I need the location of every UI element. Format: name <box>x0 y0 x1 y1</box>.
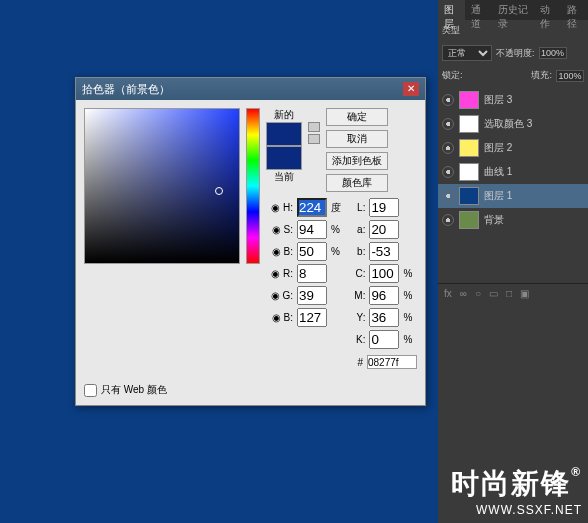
new-label: 新的 <box>266 108 302 122</box>
field-label-B[interactable]: ◉ B: <box>266 312 293 323</box>
hue-slider[interactable] <box>246 108 260 264</box>
fill-label: 填充: <box>531 69 552 82</box>
layer-row[interactable]: 图层 1 <box>438 184 588 208</box>
layers-footer: fx∞○▭□▣ <box>438 283 588 303</box>
footer-icon[interactable]: ▭ <box>489 288 498 299</box>
layer-name: 图层 3 <box>484 93 512 107</box>
layer-name: 图层 2 <box>484 141 512 155</box>
field-label-K[interactable]: K: <box>350 334 366 345</box>
footer-icon[interactable]: ▣ <box>520 288 529 299</box>
visibility-icon[interactable] <box>442 166 454 178</box>
field-label-Y[interactable]: Y: <box>350 312 366 323</box>
watermark: 时尚新锋® WWW.SSXF.NET <box>451 465 582 517</box>
field-label-C[interactable]: C: <box>350 268 366 279</box>
layer-row[interactable]: 选取颜色 3 <box>438 112 588 136</box>
field-input-Y[interactable] <box>369 308 399 327</box>
panels-dock: 图层 通道 历史记录 动作 路径 类型 正常 不透明度: 锁定: 填充: 图层 … <box>438 0 588 523</box>
dialog-title: 拾色器（前景色） <box>82 82 170 97</box>
visibility-icon[interactable] <box>442 142 454 154</box>
field-input-R[interactable] <box>297 264 327 283</box>
field-label-b[interactable]: b: <box>350 246 366 257</box>
layer-row[interactable]: 图层 3 <box>438 88 588 112</box>
color-lib-button[interactable]: 颜色库 <box>326 174 388 192</box>
ok-button[interactable]: 确定 <box>326 108 388 126</box>
visibility-icon[interactable] <box>442 190 454 202</box>
field-input-B[interactable] <box>297 308 327 327</box>
field-input-M[interactable] <box>369 286 399 305</box>
layers-list: 图层 3选取颜色 3图层 2曲线 1图层 1背景 <box>438 86 588 234</box>
color-picker-dialog: 拾色器（前景色） ✕ 新的 当前 确定 取消 <box>75 77 426 406</box>
color-fields: ◉ H:度 L:◉ S:% a:◉ B:% b:◉ R: C:%◉ G: M:%… <box>266 198 417 349</box>
fill-input[interactable] <box>556 70 584 82</box>
footer-icon[interactable]: ○ <box>475 288 481 299</box>
field-label-R[interactable]: ◉ R: <box>266 268 293 279</box>
close-icon[interactable]: ✕ <box>403 82 419 96</box>
layer-name: 曲线 1 <box>484 165 512 179</box>
lock-label: 锁定: <box>442 69 463 82</box>
field-label-H[interactable]: ◉ H: <box>266 202 293 213</box>
field-input-C[interactable] <box>369 264 399 283</box>
layer-row[interactable]: 背景 <box>438 208 588 232</box>
blend-mode-select[interactable]: 正常 <box>442 45 492 61</box>
tab-layers[interactable]: 图层 <box>438 0 465 20</box>
field-label-S[interactable]: ◉ S: <box>266 224 293 235</box>
kind-label: 类型 <box>442 24 460 37</box>
dialog-titlebar[interactable]: 拾色器（前景色） ✕ <box>76 78 425 100</box>
field-input-G[interactable] <box>297 286 327 305</box>
field-input-L[interactable] <box>369 198 399 217</box>
field-unit: 度 <box>331 201 346 215</box>
field-input-a[interactable] <box>369 220 399 239</box>
field-unit: % <box>403 334 417 345</box>
tab-channels[interactable]: 通道 <box>465 0 492 20</box>
color-field[interactable] <box>84 108 240 264</box>
layer-name: 选取颜色 3 <box>484 117 532 131</box>
field-unit: % <box>403 290 417 301</box>
hex-input[interactable] <box>367 355 417 369</box>
websafe-warning-icon[interactable] <box>308 134 320 144</box>
field-input-S[interactable] <box>297 220 327 239</box>
field-unit: % <box>403 312 417 323</box>
new-color-swatch <box>266 122 302 146</box>
cancel-button[interactable]: 取消 <box>326 130 388 148</box>
current-color-swatch <box>266 146 302 170</box>
layer-row[interactable]: 图层 2 <box>438 136 588 160</box>
field-label-a[interactable]: a: <box>350 224 366 235</box>
field-label-L[interactable]: L: <box>350 202 366 213</box>
field-label-M[interactable]: M: <box>350 290 366 301</box>
tab-history[interactable]: 历史记录 <box>492 0 534 20</box>
tab-actions[interactable]: 动作 <box>534 0 561 20</box>
footer-icon[interactable]: □ <box>506 288 512 299</box>
field-input-K[interactable] <box>369 330 399 349</box>
opacity-input[interactable] <box>539 47 567 59</box>
visibility-icon[interactable] <box>442 118 454 130</box>
field-label-G[interactable]: ◉ G: <box>266 290 293 301</box>
field-unit: % <box>403 268 417 279</box>
field-unit: % <box>331 224 346 235</box>
add-swatch-button[interactable]: 添加到色板 <box>326 152 388 170</box>
visibility-icon[interactable] <box>442 214 454 226</box>
layer-thumb <box>459 211 479 229</box>
color-cursor <box>215 187 223 195</box>
layer-thumb <box>459 187 479 205</box>
panel-tabs: 图层 通道 历史记录 动作 路径 <box>438 0 588 20</box>
hex-label: # <box>357 357 363 368</box>
gamut-warning-icon[interactable] <box>308 122 320 132</box>
lock-row: 锁定: 填充: <box>438 65 588 86</box>
layer-name: 图层 1 <box>484 189 512 203</box>
layer-row[interactable]: 曲线 1 <box>438 160 588 184</box>
opacity-label: 不透明度: <box>496 47 535 60</box>
footer-icon[interactable]: ∞ <box>460 288 467 299</box>
field-label-Bv[interactable]: ◉ B: <box>266 246 293 257</box>
layer-thumb <box>459 139 479 157</box>
layer-thumb <box>459 91 479 109</box>
layer-thumb <box>459 115 479 133</box>
blend-row: 正常 不透明度: <box>438 41 588 65</box>
field-input-b[interactable] <box>369 242 399 261</box>
footer-icon[interactable]: fx <box>444 288 452 299</box>
current-label: 当前 <box>266 170 302 184</box>
tab-paths[interactable]: 路径 <box>561 0 588 20</box>
visibility-icon[interactable] <box>442 94 454 106</box>
field-input-Bv[interactable] <box>297 242 327 261</box>
field-input-H[interactable] <box>297 198 327 217</box>
web-only-checkbox[interactable] <box>84 384 97 397</box>
